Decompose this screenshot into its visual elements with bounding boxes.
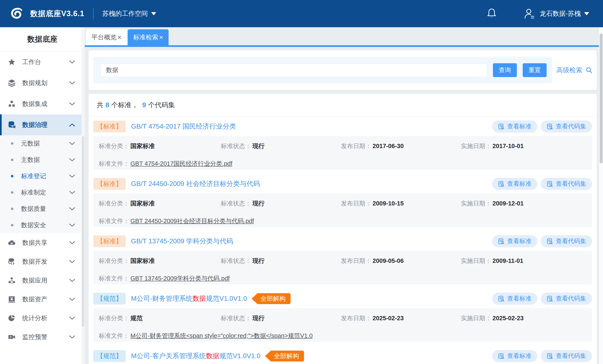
view-codeset-button[interactable]: 查看代码集 <box>541 350 592 362</box>
standard-detail-panel: 标准分类：规范 标准状态：现行 发布日期：2025-02-23 实施日期：202… <box>93 308 592 342</box>
chevron-down-icon <box>69 207 75 211</box>
sidebar-item-data-security[interactable]: 数据安全 <box>0 217 81 233</box>
user-menu[interactable]: 龙石数据-苏槐 <box>523 8 589 20</box>
type-badge: 【规范】 <box>93 293 126 305</box>
workspace-label: 苏槐的工作空间 <box>102 9 148 18</box>
sidebar-item-standard-formulation[interactable]: 标准制定 <box>0 184 81 201</box>
standard-detail-panel: 标准分类：国家标准 标准状态：现行 发布日期：2009-05-06 实施日期：2… <box>93 251 592 284</box>
view-standard-button[interactable]: 查看标准 <box>492 235 537 247</box>
result-card-5: 【规范】 M公司-客户关系管理系统数据规范V1.0V1.0 全部解构 查看标准 <box>93 350 592 364</box>
sidebar-item-data-planning[interactable]: 数据规划 <box>0 72 81 93</box>
chevron-down-icon <box>69 142 75 145</box>
bullet-icon <box>11 142 13 145</box>
sidebar-item-standard-registry[interactable]: 标准登记 <box>0 168 81 184</box>
layers-icon <box>7 78 16 88</box>
tab-standard-search[interactable]: 标准检索 × <box>128 29 169 45</box>
standard-file-link[interactable]: GBT 4754-2017国民经济行业分类.pdf <box>130 160 232 167</box>
workspace-dropdown[interactable]: 苏槐的工作空间 <box>102 9 156 18</box>
bullet-icon <box>11 159 13 161</box>
sidebar-item-monitoring[interactable]: 监控预警 <box>0 328 81 346</box>
chevron-down-icon <box>69 335 75 339</box>
sidebar-item-data-quality[interactable]: 数据质量 <box>0 201 81 217</box>
window-scrollbar-thumb[interactable] <box>600 33 603 163</box>
chevron-down-icon <box>69 81 75 85</box>
parsed-status-badge: 全部解构 <box>265 351 304 362</box>
chevron-down-icon <box>69 191 75 194</box>
sidebar-item-metadata[interactable]: 元数据 <box>0 135 81 152</box>
doc-search-icon <box>498 295 505 302</box>
sidebar-item-master-data[interactable]: 主数据 <box>0 152 81 168</box>
standard-title-link[interactable]: GB/T 24450-2009 社会经济目标分类与代码 <box>131 179 260 188</box>
sidebar-scrollbar[interactable] <box>81 27 85 364</box>
standard-file-link[interactable]: GBT 13745-2009学科分类与代码.pdf <box>130 275 230 282</box>
tab-underline <box>85 45 603 47</box>
chevron-down-icon <box>69 60 75 64</box>
star-icon <box>7 57 16 66</box>
view-codeset-button[interactable]: 查看代码集 <box>541 235 592 247</box>
title-highlight: 数据 <box>206 352 219 360</box>
tab-label: 标准检索 <box>133 33 158 42</box>
view-standard-button[interactable]: 查看标准 <box>492 293 537 305</box>
close-icon[interactable]: × <box>117 34 121 41</box>
close-icon[interactable]: × <box>159 34 163 41</box>
chevron-down-icon <box>69 317 75 320</box>
sidebar-item-data-development[interactable]: 数据开发 <box>0 252 81 271</box>
chevron-down-icon <box>151 12 156 15</box>
advanced-search-link[interactable]: 高级检索 <box>552 66 597 75</box>
app-logo-icon <box>9 6 25 21</box>
query-button[interactable]: 查询 <box>493 63 517 77</box>
doc-search-icon <box>547 238 553 245</box>
sidebar-item-data-sharing[interactable]: 数据共享 <box>0 233 81 252</box>
tab-bar: 平台概览 × 标准检索 × <box>85 27 603 45</box>
governance-submenu: 元数据 主数据 标准登记 标准制定 <box>0 135 81 233</box>
standard-title-link[interactable]: GB/T 4754-2017 国民经济行业分类 <box>131 122 236 131</box>
view-codeset-button[interactable]: 查看代码集 <box>541 121 592 132</box>
sidebar-item-data-assets[interactable]: 数据资产 <box>0 290 81 309</box>
window-scrollbar[interactable] <box>599 27 603 364</box>
sidebar-scrollbar-thumb[interactable] <box>82 136 84 327</box>
sidebar-item-workbench[interactable]: 工作台 <box>0 52 81 72</box>
title-highlight: 数据 <box>192 295 206 302</box>
chevron-down-icon <box>69 298 75 301</box>
standard-count: 8 <box>105 101 109 109</box>
standard-file-link[interactable]: GBT 24450-2009社会经济目标分类与代码.pdf <box>130 218 254 224</box>
result-card-3: 【标准】 GB/T 13745-2009 学科分类与代码 查看标准 查看代码集 <box>93 235 592 284</box>
sidebar-item-statistics[interactable]: 统计分析 <box>0 309 81 328</box>
cubes-icon <box>7 99 16 109</box>
parsed-status-badge: 全部解构 <box>252 293 290 304</box>
view-standard-button[interactable]: 查看标准 <box>492 121 537 132</box>
search-input[interactable] <box>100 64 487 77</box>
doc-search-icon <box>498 181 505 187</box>
standard-file-link[interactable]: M公司-财务管理系统<span style="color:red;">数据</s… <box>130 332 313 339</box>
chevron-up-icon <box>69 123 75 127</box>
doc-search-icon <box>547 353 553 359</box>
notification-bell-icon[interactable] <box>487 8 497 19</box>
tab-platform-overview[interactable]: 平台概览 × <box>86 29 127 45</box>
view-standard-button[interactable]: 查看标准 <box>492 178 537 190</box>
chevron-down-icon <box>69 241 75 245</box>
view-codeset-button[interactable]: 查看代码集 <box>541 178 592 190</box>
chevron-down-icon <box>69 223 75 227</box>
standard-title-link[interactable]: GB/T 13745-2009 学科分类与代码 <box>131 237 233 246</box>
result-card-4: 【规范】 M公司-财务管理系统数据规范V1.0V1.0 全部解构 查看标准 <box>93 293 592 342</box>
reset-button[interactable]: 重置 <box>523 63 547 77</box>
standard-title-link[interactable]: M公司-客户关系管理系统数据规范V1.0V1.0 <box>131 352 260 361</box>
sidebar-item-data-application[interactable]: 数据应用 <box>0 271 81 290</box>
result-list: 【标准】 GB/T 4754-2017 国民经济行业分类 查看标准 查看代码集 <box>89 116 597 364</box>
type-badge: 【规范】 <box>93 350 126 362</box>
db-code-icon <box>7 257 16 266</box>
doc-search-icon <box>547 295 553 302</box>
standard-detail-panel: 标准分类：国家标准 标准状态：现行 发布日期：2009-10-15 实施日期：2… <box>93 194 592 227</box>
results-card: 共 8 个标准， 9 个代码集 【标准】 GB/T 4754-2017 国民经济… <box>89 94 597 364</box>
doc-search-icon <box>498 123 505 130</box>
standard-title-link[interactable]: M公司-财务管理系统数据规范V1.0V1.0 <box>131 294 247 303</box>
nodes-icon <box>7 276 16 285</box>
sidebar-item-data-governance[interactable]: 数据治理 <box>0 114 81 135</box>
view-standard-button[interactable]: 查看标准 <box>492 350 537 362</box>
chevron-down-icon <box>69 102 75 106</box>
codeset-count: 9 <box>142 101 146 109</box>
chevron-down-icon <box>69 175 75 178</box>
sidebar-item-data-integration[interactable]: 数据集成 <box>0 93 81 114</box>
view-codeset-button[interactable]: 查看代码集 <box>541 293 592 305</box>
doc-search-icon <box>547 123 553 130</box>
